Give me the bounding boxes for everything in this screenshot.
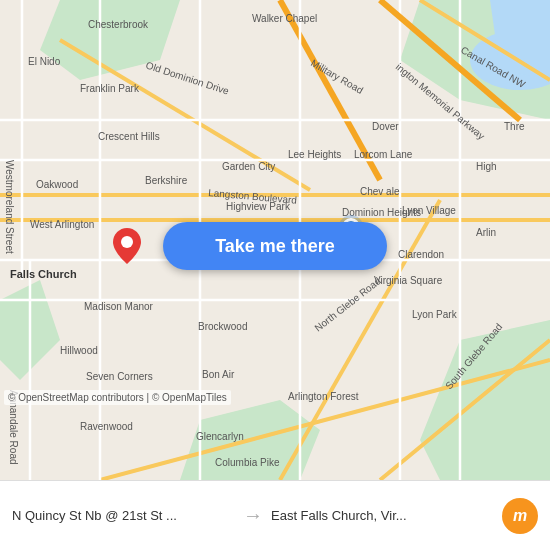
svg-text:Arlin: Arlin bbox=[476, 227, 496, 238]
destination-stop: East Falls Church, Vir... bbox=[271, 508, 494, 523]
svg-text:Clarendon: Clarendon bbox=[398, 249, 444, 260]
svg-text:Lyon Park: Lyon Park bbox=[412, 309, 458, 320]
svg-text:Garden City: Garden City bbox=[222, 161, 275, 172]
svg-text:El Nido: El Nido bbox=[28, 56, 61, 67]
svg-text:Ravenwood: Ravenwood bbox=[80, 421, 133, 432]
take-me-there-button[interactable]: Take me there bbox=[163, 222, 387, 270]
svg-text:Madison Manor: Madison Manor bbox=[84, 301, 154, 312]
svg-text:Falls Church: Falls Church bbox=[10, 268, 77, 280]
svg-text:Chev ale: Chev ale bbox=[360, 186, 400, 197]
svg-text:Thre: Thre bbox=[504, 121, 525, 132]
svg-text:West Arlington: West Arlington bbox=[30, 219, 94, 230]
svg-text:Arlington Forest: Arlington Forest bbox=[288, 391, 359, 402]
origin-stop: N Quincy St Nb @ 21st St ... bbox=[12, 508, 235, 523]
svg-text:Chesterbrook: Chesterbrook bbox=[88, 19, 149, 30]
svg-text:Glencarlyn: Glencarlyn bbox=[196, 431, 244, 442]
bottom-bar: N Quincy St Nb @ 21st St ... → East Fall… bbox=[0, 480, 550, 550]
svg-text:High: High bbox=[476, 161, 497, 172]
moovit-logo: m bbox=[502, 498, 538, 534]
svg-text:Columbia Pike: Columbia Pike bbox=[215, 457, 280, 468]
svg-text:Seven Corners: Seven Corners bbox=[86, 371, 153, 382]
svg-text:Lyon Village: Lyon Village bbox=[402, 205, 456, 216]
svg-text:Dover: Dover bbox=[372, 121, 399, 132]
svg-text:Lee Heights: Lee Heights bbox=[288, 149, 341, 160]
svg-text:Berkshire: Berkshire bbox=[145, 175, 188, 186]
moovit-circle: m bbox=[502, 498, 538, 534]
svg-text:Brockwood: Brockwood bbox=[198, 321, 247, 332]
svg-text:Bon Air: Bon Air bbox=[202, 369, 235, 380]
svg-text:Virginia Square: Virginia Square bbox=[374, 275, 443, 286]
svg-text:Crescent Hills: Crescent Hills bbox=[98, 131, 160, 142]
svg-text:Franklin Park: Franklin Park bbox=[80, 83, 140, 94]
map-attribution: © OpenStreetMap contributors | © OpenMap… bbox=[4, 390, 231, 405]
svg-text:Walker Chapel: Walker Chapel bbox=[252, 13, 317, 24]
button-label: Take me there bbox=[215, 236, 335, 257]
origin-pin bbox=[113, 228, 141, 264]
svg-text:Westmoreland Street: Westmoreland Street bbox=[4, 160, 15, 254]
svg-text:Hillwood: Hillwood bbox=[60, 345, 98, 356]
map-container: Chesterbrook Walker Chapel El Nido Frank… bbox=[0, 0, 550, 480]
svg-point-70 bbox=[121, 236, 133, 248]
svg-text:Lorcom Lane: Lorcom Lane bbox=[354, 149, 413, 160]
arrow-icon: → bbox=[243, 504, 263, 527]
svg-text:Oakwood: Oakwood bbox=[36, 179, 78, 190]
moovit-letter: m bbox=[513, 507, 527, 525]
